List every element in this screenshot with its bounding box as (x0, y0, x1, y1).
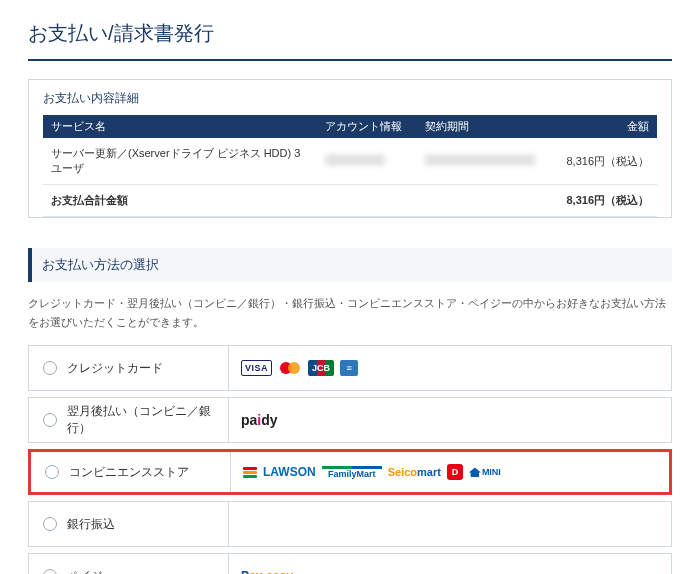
jcb-icon: JCB (308, 360, 334, 376)
amex-icon: ≡ (340, 360, 358, 376)
total-label: お支払合計金額 (43, 185, 547, 217)
payment-detail-table: サービス名 アカウント情報 契約期間 金額 サーバー更新／(Xserverドライ… (43, 115, 657, 217)
paidy-icon: paidy (241, 412, 278, 428)
option-paidy[interactable]: 翌月後払い（コンビニ／銀行） paidy (28, 397, 672, 443)
method-help: クレジットカード・翌月後払い（コンビニ／銀行）・銀行振込・コンビニエンスストア・… (28, 294, 672, 331)
th-service: サービス名 (43, 115, 317, 138)
cell-service: サーバー更新／(Xserverドライブ ビジネス HDD) 3ユーザ (43, 138, 317, 185)
credit-logos: VISA JCB ≡ (229, 346, 358, 390)
th-account: アカウント情報 (317, 115, 417, 138)
option-cvs[interactable]: コンビニエンスストア LAWSON FamilyMart Seicomart D… (28, 449, 672, 495)
familymart-icon: FamilyMart (322, 466, 382, 479)
page-title: お支払い/請求書発行 (28, 20, 672, 61)
table-row: サーバー更新／(Xserverドライブ ビジネス HDD) 3ユーザ xxxx … (43, 138, 657, 185)
option-label: クレジットカード (67, 360, 163, 377)
total-amount: 8,316円（税込） (547, 185, 657, 217)
radio-icon (45, 465, 59, 479)
method-heading: お支払い方法の選択 (28, 248, 672, 282)
seven-eleven-icon (243, 467, 257, 478)
option-label: 銀行振込 (67, 516, 115, 533)
cell-account: xxxx (317, 138, 417, 185)
cell-amount: 8,316円（税込） (547, 138, 657, 185)
payeasy-logo: Pay-easy (229, 554, 293, 574)
cvs-logos: LAWSON FamilyMart Seicomart D MINI (231, 452, 501, 492)
visa-icon: VISA (241, 360, 272, 376)
option-credit[interactable]: クレジットカード VISA JCB ≡ (28, 345, 672, 391)
payment-detail-title: お支払い内容詳細 (43, 90, 657, 107)
payment-detail-box: お支払い内容詳細 サービス名 アカウント情報 契約期間 金額 サーバー更新／(X… (28, 79, 672, 218)
radio-icon (43, 517, 57, 531)
radio-icon (43, 361, 57, 375)
total-row: お支払合計金額 8,316円（税込） (43, 185, 657, 217)
option-label: コンビニエンスストア (69, 464, 189, 481)
lawson-icon: LAWSON (263, 465, 316, 479)
option-label: 翌月後払い（コンビニ／銀行） (67, 403, 228, 437)
th-period: 契約期間 (417, 115, 547, 138)
ministop-icon: MINI (469, 467, 501, 477)
mastercard-icon (278, 360, 302, 376)
radio-icon (43, 413, 57, 427)
option-bank[interactable]: 銀行振込 (28, 501, 672, 547)
cell-period: xxxx (417, 138, 547, 185)
payeasy-icon: Pay-easy (241, 569, 293, 574)
daily-icon: D (447, 464, 463, 480)
seicomart-icon: Seicomart (388, 466, 441, 478)
option-label: ペイジー (67, 568, 115, 574)
option-payeasy[interactable]: ペイジー Pay-easy (28, 553, 672, 574)
radio-icon (43, 569, 57, 574)
th-amount: 金額 (547, 115, 657, 138)
paidy-logo: paidy (229, 398, 278, 442)
